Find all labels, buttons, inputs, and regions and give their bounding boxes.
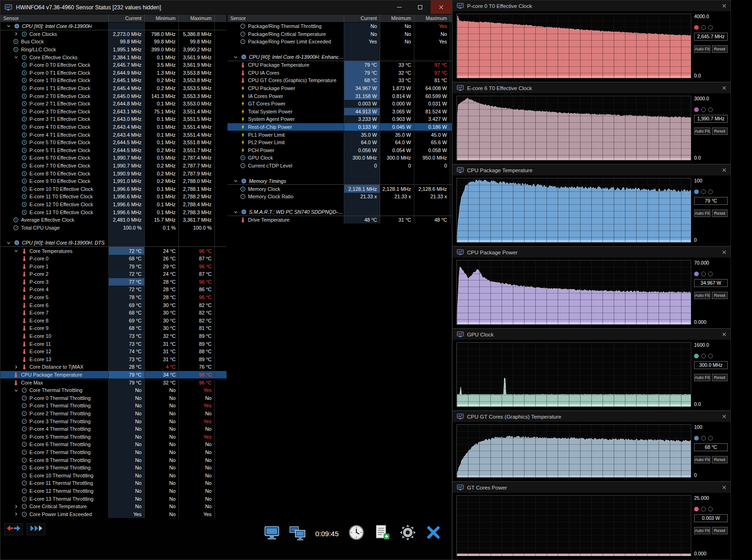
graph-titlebar[interactable]: CPU GT Cores (Graphics) Temperature bbox=[453, 411, 731, 422]
column-header-maximum[interactable]: Maximum bbox=[414, 14, 450, 22]
series-toggle-dot[interactable] bbox=[708, 189, 713, 194]
sensor-row[interactable]: E-core 768 °C30 °C82 °C bbox=[0, 309, 227, 317]
sensor-row[interactable]: E-core 669 °C30 °C82 °C bbox=[0, 301, 227, 309]
sensor-row[interactable]: PL1 Power Limit35.0 W35.0 W45.0 W bbox=[227, 131, 452, 139]
expand-chevron[interactable] bbox=[13, 32, 19, 35]
sensor-row[interactable]: P-core 4 T1 Effective Clock2,643.4 MHz0.… bbox=[0, 131, 227, 139]
sensor-row[interactable]: P-core 3 T0 Effective Clock2,643.1 MHz75… bbox=[0, 108, 227, 116]
graph-titlebar[interactable]: E-core 6 T0 Effective Clock bbox=[453, 83, 731, 93]
sensor-row[interactable]: Core Distance to TjMAX28 °C4 °C76 °C bbox=[0, 363, 227, 371]
auto-fit-button[interactable]: Auto Fit bbox=[694, 210, 710, 217]
expand-chevron[interactable] bbox=[5, 24, 12, 28]
sensor-section-row[interactable]: CPU [#0]: Intel Core i9-13900H bbox=[0, 22, 227, 30]
series-color-dot[interactable] bbox=[694, 354, 699, 358]
sensor-row[interactable]: P-core 2 T0 Effective Clock2,645.0 MHz14… bbox=[0, 92, 227, 100]
sensor-row[interactable]: E-core 1073 °C32 °C89 °C bbox=[0, 332, 227, 340]
sensor-row[interactable]: GT Cores Power0.003 W0.000 W0.031 W bbox=[227, 100, 452, 108]
sensor-row[interactable]: Core Clocks2,273.0 MHz798.0 MHz5,386.8 M… bbox=[0, 30, 227, 38]
sensor-row[interactable]: PL2 Power Limit64.0 W64.0 W65.6 W bbox=[227, 139, 452, 147]
series-toggle-dot[interactable] bbox=[708, 272, 713, 276]
sensor-row[interactable]: Core Temperatures72 °C24 °C96 °C bbox=[0, 247, 227, 255]
sensor-row[interactable]: P-core 5 Thermal ThrottlingNoNoYes bbox=[0, 433, 227, 441]
auto-fit-button[interactable]: Auto Fit bbox=[694, 127, 710, 135]
series-toggle-dot[interactable] bbox=[701, 436, 706, 441]
series-toggle-dot[interactable] bbox=[708, 354, 713, 358]
sensor-row[interactable]: E-core 10 T0 Effective Clock1,996.6 MHz0… bbox=[0, 185, 227, 193]
sensor-row[interactable]: CPU Package Temperature79 °C33 °C97 °C bbox=[227, 61, 452, 69]
series-toggle-dot[interactable] bbox=[701, 107, 706, 112]
sensor-row[interactable]: E-core 10 Thermal ThrottlingNoNoNo bbox=[0, 471, 227, 479]
sensor-row[interactable]: CPU GT Cores (Graphics) Temperature68 °C… bbox=[227, 77, 452, 84]
column-header-minimum[interactable]: Minimum bbox=[380, 14, 414, 22]
sensor-row[interactable]: Average Effective Clock2,481.0 MHz15.7 M… bbox=[0, 216, 227, 224]
auto-fit-button[interactable]: Auto Fit bbox=[694, 456, 710, 463]
sensor-row[interactable]: Current cTDP Level000 bbox=[227, 162, 452, 170]
sensor-row[interactable]: System Agent Power3.233 W0.903 W3.427 W bbox=[227, 115, 452, 123]
graph-titlebar[interactable]: CPU Package Temperature bbox=[453, 165, 731, 175]
auto-fit-button[interactable]: Auto Fit bbox=[694, 374, 710, 381]
series-color-dot[interactable] bbox=[694, 189, 699, 194]
sensor-row[interactable]: E-core 13 T0 Effective Clock1,996.6 MHz0… bbox=[0, 208, 227, 216]
expand-chevron[interactable] bbox=[13, 512, 19, 516]
sensor-row[interactable]: P-core 5 T0 Effective Clock2,644.5 MHz0.… bbox=[0, 139, 227, 147]
series-color-dot[interactable] bbox=[694, 507, 699, 511]
series-toggle-dot[interactable] bbox=[701, 272, 706, 276]
sensor-row[interactable]: P-core 1 Thermal ThrottlingNoNoYes bbox=[0, 402, 227, 410]
sensor-row[interactable]: P-core 0 T1 Effective Clock2,644.9 MHz1.… bbox=[0, 69, 227, 77]
sensor-row[interactable]: E-core 8 Thermal ThrottlingNoNoNo bbox=[0, 456, 227, 464]
series-color-dot[interactable] bbox=[694, 272, 699, 276]
sensor-row[interactable]: CPU IA Cores79 °C32 °C97 °C bbox=[227, 69, 452, 77]
sensor-row[interactable]: E-core 1173 °C31 °C89 °C bbox=[0, 340, 227, 348]
sensor-row[interactable]: P-core 5 T1 Effective Clock2,644.5 MHz0.… bbox=[0, 147, 227, 154]
expand-chevron[interactable] bbox=[13, 389, 19, 392]
sensor-row[interactable]: Total System Power44.913 W3.065 W81.524 … bbox=[227, 108, 452, 116]
auto-fit-button[interactable]: Auto Fit bbox=[694, 292, 710, 299]
sensor-row[interactable]: P-core 0 Thermal ThrottlingNoNoNo bbox=[0, 394, 227, 402]
sensor-row[interactable]: P-core 0 T0 Effective Clock2,645.7 MHz3.… bbox=[0, 61, 227, 69]
sensor-row[interactable]: Core Max79 °C32 °C96 °C bbox=[0, 378, 227, 386]
expand-chevron[interactable] bbox=[5, 241, 12, 245]
expand-chevron[interactable] bbox=[13, 365, 19, 369]
series-toggle-dot[interactable] bbox=[708, 107, 713, 112]
sensor-section-row[interactable]: Memory Timings bbox=[227, 177, 452, 185]
sensor-row[interactable]: P-core 3 T1 Effective Clock2,643.0 MHz0.… bbox=[0, 115, 227, 123]
reset-button[interactable]: Reset bbox=[712, 45, 728, 53]
graph-titlebar[interactable]: GPU Clock bbox=[453, 329, 731, 340]
graph-close-button[interactable] bbox=[722, 414, 726, 419]
sensor-section-row[interactable]: S.M.A.R.T.: WD PC SN740 SDDPNQD-1T0... bbox=[227, 208, 452, 216]
sensor-row[interactable]: P-core 4 T0 Effective Clock2,643.4 MHz0.… bbox=[0, 123, 227, 131]
settings-button[interactable] bbox=[397, 523, 419, 544]
series-toggle-dot[interactable] bbox=[701, 354, 706, 358]
sensor-row[interactable]: P-core 1 T0 Effective Clock2,645.1 MHz0.… bbox=[0, 77, 227, 84]
sensor-row[interactable]: Package/Ring Thermal ThrottlingNoNoYes bbox=[227, 22, 452, 30]
reset-button[interactable]: Reset bbox=[712, 210, 728, 217]
graph-close-button[interactable] bbox=[722, 86, 726, 90]
expand-chevron[interactable] bbox=[232, 179, 239, 182]
sensor-row[interactable]: P-core 472 °C28 °C86 °C bbox=[0, 286, 227, 294]
series-toggle-dot[interactable] bbox=[708, 25, 713, 30]
graph-titlebar[interactable]: P-core 0 T0 Effective Clock bbox=[453, 0, 731, 11]
sensor-row[interactable]: E-core 12 Thermal ThrottlingNoNoNo bbox=[0, 487, 227, 495]
sensor-section-row[interactable]: CPU [#0]: Intel Core i9-13900H: Enhanced bbox=[227, 53, 452, 61]
close-button[interactable] bbox=[431, 0, 452, 14]
sensor-row[interactable]: E-core 11 T0 Effective Clock1,996.6 MHz0… bbox=[0, 193, 227, 201]
system-summary-button[interactable] bbox=[261, 523, 283, 544]
sensor-row[interactable]: PCH Power0.056 W0.054 W0.058 W bbox=[227, 147, 452, 154]
sensor-row[interactable]: Package/Ring Critical TemperatureNoNoNo bbox=[227, 30, 452, 38]
sensor-row[interactable]: Rest-of-Chip Power0.133 W0.045 W0.186 W bbox=[227, 123, 452, 131]
series-toggle-dot[interactable] bbox=[701, 189, 706, 194]
expand-chevron[interactable] bbox=[13, 56, 19, 59]
sensor-row[interactable]: P-core 377 °C28 °C96 °C bbox=[0, 278, 227, 286]
graph-titlebar[interactable]: GT Cores Power bbox=[453, 482, 731, 493]
sensor-row[interactable]: Total CPU Usage100.0 %0.1 %100.0 % bbox=[0, 224, 227, 231]
sensor-row[interactable]: E-core 9 Thermal ThrottlingNoNoNo bbox=[0, 464, 227, 472]
column-header-maximum[interactable]: Maximum bbox=[178, 14, 214, 22]
minimize-button[interactable] bbox=[389, 0, 410, 14]
main-titlebar[interactable]: HWiNFO64 v7.36-4960 Sensor Status [232 v… bbox=[0, 0, 452, 14]
graph-close-button[interactable] bbox=[722, 4, 726, 8]
graph-close-button[interactable] bbox=[722, 485, 726, 490]
sensor-row[interactable]: E-core 13 Thermal ThrottlingNoNoNo bbox=[0, 495, 227, 503]
sensor-row[interactable]: GPU Clock300.0 MHz300.0 MHz950.0 MHz bbox=[227, 154, 452, 162]
sensor-row[interactable]: P-core 4 Thermal ThrottlingNoNoNo bbox=[0, 425, 227, 433]
sensor-row[interactable]: IA Cores Power31.158 W0.814 W60.599 W bbox=[227, 92, 452, 100]
